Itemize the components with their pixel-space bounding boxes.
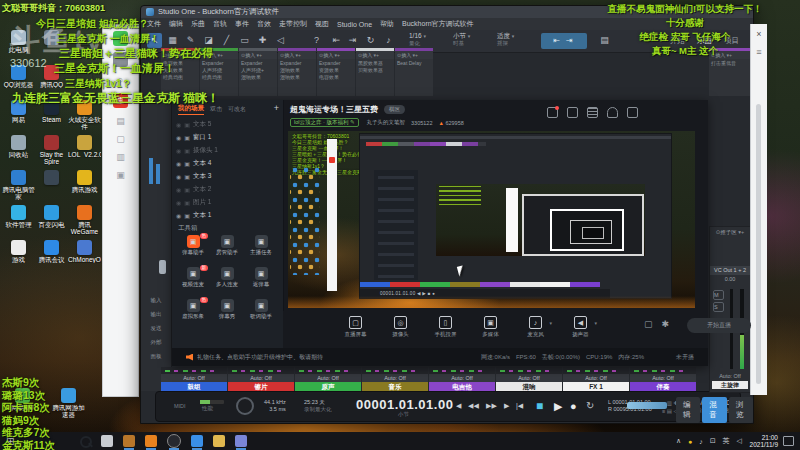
automation-status[interactable]: Auto: Off: [563, 374, 629, 382]
mute-button[interactable]: M: [713, 290, 724, 300]
track-lane[interactable]: Auto: Off 镲片: [228, 367, 294, 391]
taskbar-app-orange[interactable]: [145, 435, 157, 447]
track-lane[interactable]: Auto: Off 伴奏: [630, 367, 696, 391]
scene-item[interactable]: ◉ ▣ 文本 2: [176, 183, 280, 196]
scene-tab[interactable]: 双击: [210, 105, 222, 114]
automation-status[interactable]: Auto: Off: [295, 374, 361, 382]
console-section-label[interactable]: 面板: [141, 353, 171, 360]
tray-mic-icon[interactable]: ♪: [699, 438, 703, 445]
scene-item[interactable]: ◉ ▣ 文本 5: [176, 118, 280, 131]
source-button[interactable]: ♪ ▾ 麦克风: [513, 314, 558, 338]
desktop-icon[interactable]: 腾讯WeGame: [68, 205, 101, 240]
desktop-icon[interactable]: LOL_V2.2.0: [68, 135, 101, 170]
toolbox-item[interactable]: ▣ 新 视频连麦: [176, 265, 210, 297]
tray-volume-icon[interactable]: ◁: [737, 437, 742, 445]
visibility-eye-icon[interactable]: ◉: [176, 160, 181, 167]
toolbox-item[interactable]: ▣ 多人连麦: [210, 265, 244, 297]
track-name[interactable]: 鼓组: [161, 382, 227, 391]
tray-expand-icon[interactable]: ∧: [676, 437, 681, 445]
tray-status-icon[interactable]: ●: [688, 438, 692, 445]
workspace-tab[interactable]: 编辑: [676, 397, 700, 423]
source-button[interactable]: ▢ 直播屏幕: [333, 314, 378, 338]
track-name[interactable]: 混响: [496, 382, 562, 391]
taskbar-search-icon[interactable]: [80, 436, 91, 447]
solo-button[interactable]: S: [713, 302, 724, 312]
lock-icon[interactable]: [567, 107, 578, 118]
master-automation-status[interactable]: Auto: Off: [710, 373, 750, 379]
master-track-name[interactable]: 主旋律: [712, 381, 748, 389]
insert-plugin-list[interactable]: 打击重低音: [709, 59, 753, 68]
automation-status[interactable]: Auto: Off: [630, 374, 696, 382]
toolbox-item[interactable]: ▣ 弹幕秀: [210, 297, 244, 329]
taskbar-app-paint[interactable]: [123, 435, 135, 447]
live-preview-recursive[interactable]: 文聪哥哥抖音：70603801今日三星培妲 妲妃必胜？三星金克斯 一血清屏！三星…: [288, 131, 695, 308]
taskbar-app-studio-one[interactable]: [235, 435, 247, 447]
notification-center-icon[interactable]: [783, 436, 794, 446]
category-badge[interactable]: 棋区: [384, 105, 405, 114]
record-icon[interactable]: ▢: [644, 319, 653, 329]
toolbox-item[interactable]: ▣ 返弹幕: [244, 265, 278, 297]
timebase-select[interactable]: 小节 ▾ 时基: [453, 32, 470, 47]
taskbar-app-explorer[interactable]: [213, 435, 225, 447]
visibility-eye-icon[interactable]: ◉: [176, 134, 181, 141]
fader-panel-header[interactable]: ⊙推子区 ▾+: [710, 229, 750, 236]
automation-status[interactable]: Auto: Off: [161, 374, 227, 382]
track-lane[interactable]: Auto: Off 鼓组: [161, 367, 227, 391]
console-fader[interactable]: [159, 260, 166, 274]
console-section-label[interactable]: 发送: [141, 325, 171, 332]
master-output-label[interactable]: VC Out 1 + 2: [710, 266, 750, 275]
return-to-start-button[interactable]: |◀: [516, 402, 523, 410]
console-section-label[interactable]: 输入: [141, 297, 171, 304]
automation-status[interactable]: Auto: Off: [429, 374, 495, 382]
toolbox-item[interactable]: ▣ 热 弹幕助手: [176, 233, 210, 265]
scene-item[interactable]: ◉ ▣ 窗口 1: [176, 131, 280, 144]
track-lane[interactable]: Auto: Off 原声: [295, 367, 361, 391]
share-icon[interactable]: [627, 107, 638, 118]
toolbox-item[interactable]: ▣ 热 虚拟形象: [176, 297, 210, 329]
play-button[interactable]: ▶: [554, 400, 562, 413]
chat-icon[interactable]: ▢: [103, 134, 138, 144]
console-section-label[interactable]: 输出: [141, 311, 171, 318]
taskbar-app-quark[interactable]: [191, 435, 203, 447]
desktop-icon[interactable]: ChMoneyOK: [68, 240, 101, 275]
scene-item[interactable]: ◉ ▣ 文本 3: [176, 170, 280, 183]
desktop-icon[interactable]: Slay the Spire: [35, 135, 68, 170]
track-lane[interactable]: Auto: Off 电吉他: [429, 367, 495, 391]
desktop-icon[interactable]: 腾讯会议: [35, 240, 68, 275]
chevron-down-icon[interactable]: ▾: [549, 320, 552, 326]
fast-rewind-button[interactable]: ◀◀: [468, 402, 479, 410]
visibility-eye-icon[interactable]: ◉: [176, 173, 181, 180]
scene-tab[interactable]: 可改名: [228, 105, 246, 114]
settings-gear-icon[interactable]: ✱: [662, 319, 670, 329]
track-lane[interactable]: Auto: Off FX 1: [563, 367, 629, 391]
bell-icon[interactable]: [607, 107, 618, 118]
visibility-eye-icon[interactable]: ◉: [176, 186, 181, 193]
track-lane[interactable]: Auto: Off 音乐: [362, 367, 428, 391]
swing-select[interactable]: 适度 ▾ 摇摆: [497, 32, 514, 47]
desktop-icon[interactable]: 软件管理: [2, 205, 35, 240]
record-button[interactable]: ●: [570, 400, 577, 412]
card-icon[interactable]: ▤: [103, 116, 138, 126]
desktop-icon[interactable]: 腾讯网游加速器: [52, 388, 85, 423]
master-gain[interactable]: 0.00: [710, 276, 750, 282]
taskbar-clock[interactable]: 21:00 2021/11/9: [750, 434, 778, 449]
rewind-button[interactable]: ◀: [456, 402, 461, 410]
workspace-tab[interactable]: 混音: [702, 397, 726, 423]
scene-item[interactable]: ◉ ▣ 图片 1: [176, 196, 280, 209]
automation-status[interactable]: Auto: Off: [496, 374, 562, 382]
automation-status[interactable]: Auto: Off: [228, 374, 294, 382]
background-window-edge[interactable]: × ≡: [750, 24, 767, 395]
automation-status[interactable]: Auto: Off: [362, 374, 428, 382]
source-button[interactable]: ◀ ▾ 扬声器: [558, 314, 603, 338]
forward-button[interactable]: ▶: [504, 402, 509, 410]
scene-item[interactable]: ◉ ▣ 摄像头 1: [176, 144, 280, 157]
desktop-icon[interactable]: 游戏: [2, 240, 35, 275]
source-button[interactable]: ▯ 手机投屏: [423, 314, 468, 338]
desktop-icon[interactable]: 百变闪电: [35, 205, 68, 240]
track-name[interactable]: 原声: [295, 382, 361, 391]
transport-progress-bar[interactable]: [627, 402, 667, 409]
workspace-tab[interactable]: 浏览: [729, 397, 753, 423]
stop-button[interactable]: ■: [536, 399, 543, 413]
cart-icon[interactable]: ▣: [103, 170, 138, 180]
loop-toggle[interactable]: ↻: [586, 400, 594, 411]
